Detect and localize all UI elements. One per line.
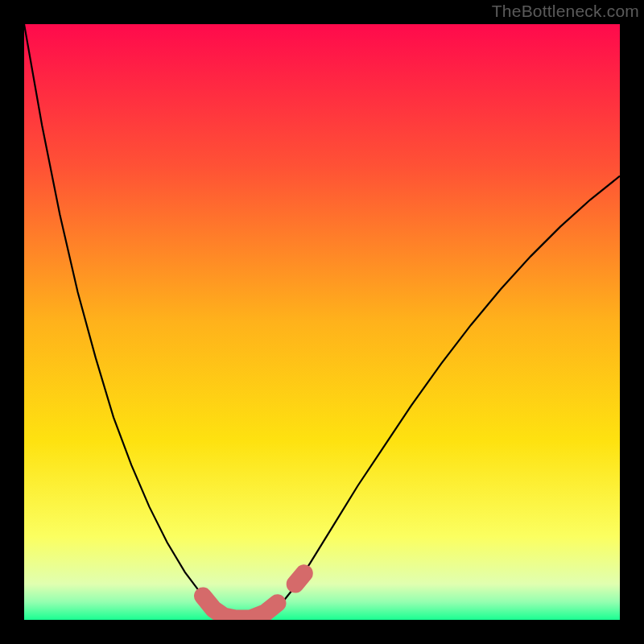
svg-rect-0 — [24, 24, 620, 620]
chart-svg — [24, 24, 620, 620]
chart-area — [24, 24, 620, 620]
attribution-text: TheBottleneck.com — [492, 2, 639, 21]
outer-frame: TheBottleneck.com — [0, 0, 644, 644]
